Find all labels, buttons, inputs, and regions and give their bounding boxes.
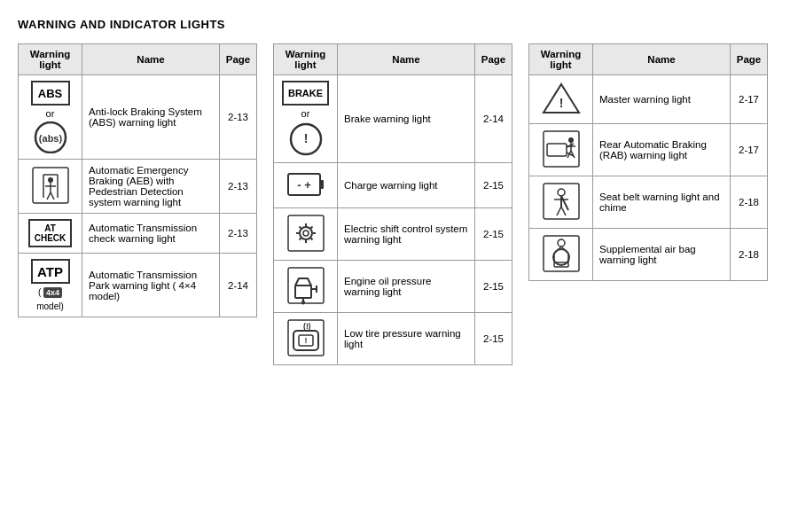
table-row: AT CHECK Automatic Transmission check wa…: [19, 214, 257, 254]
table-3: Warninglight Name Page ! Master warning …: [528, 43, 768, 281]
svg-point-18: [303, 231, 309, 236]
table2-header-warning: Warninglight: [274, 44, 338, 75]
airbag-page-cell: 2-18: [731, 229, 768, 281]
icon-cell-tire: ! (! ): [274, 313, 338, 365]
charge-name-cell: Charge warning light: [338, 163, 475, 208]
airbag-icon: [542, 234, 581, 273]
seatbelt-name-cell: Seat belt warning light and chime: [593, 176, 731, 229]
tire-name-cell: Low tire pressure warning light: [338, 313, 475, 365]
seatbelt-icon: [542, 182, 581, 221]
table-row: BRAKE or ! Brake warning light 2-14: [274, 75, 512, 163]
icon-cell-charge: - +: [274, 163, 338, 208]
oil-icon: [286, 266, 325, 305]
icon-cell-aeb: [19, 160, 82, 214]
tables-container: Warninglight Name Page ABS or (abs): [18, 43, 780, 365]
atp-icon-group: ATP ( 4x4 model): [25, 259, 75, 311]
svg-rect-28: [295, 286, 311, 298]
brake-page-cell: 2-14: [475, 75, 512, 163]
table-row: ! (! ) Low tire pressure warning light 2…: [274, 313, 512, 365]
icon-cell-abs: ABS or (abs): [19, 75, 82, 160]
atp-page-cell: 2-14: [220, 254, 257, 317]
aeb-icon: [31, 166, 70, 205]
icon-cell-at-check: AT CHECK: [19, 214, 82, 254]
tire-icon: ! (! ): [286, 318, 325, 357]
icon-cell-atp: ATP ( 4x4 model): [19, 254, 82, 317]
abs-icon-group: ABS or (abs): [25, 81, 75, 153]
esc-page-cell: 2-15: [475, 208, 512, 261]
svg-text:(abs): (abs): [38, 133, 62, 144]
abs-page-cell: 2-13: [220, 75, 257, 160]
esc-name-cell: Electric shift control system warning li…: [338, 208, 475, 261]
svg-point-17: [300, 227, 312, 239]
svg-point-6: [48, 177, 53, 183]
table3-header-warning: Warninglight: [529, 44, 593, 75]
abs-or-label: or: [46, 108, 55, 119]
table1-header-warning: Warninglight: [19, 44, 82, 75]
svg-text:!: !: [304, 336, 307, 345]
rab-page-cell: 2-17: [731, 124, 768, 176]
at-check-page-cell: 2-13: [220, 214, 257, 254]
svg-rect-42: [547, 144, 567, 156]
svg-point-51: [558, 189, 565, 196]
rab-icon: [542, 129, 581, 168]
svg-text:!: !: [303, 131, 308, 145]
table-row: Electric shift control system warning li…: [274, 208, 512, 261]
svg-point-32: [301, 301, 305, 305]
icon-cell-oil: [274, 261, 338, 313]
icon-cell-esc: [274, 208, 338, 261]
svg-line-23: [299, 227, 301, 229]
page-title: WARNING AND INDICATOR LIGHTS: [18, 18, 780, 31]
oil-name-cell: Engine oil pressure warning light: [338, 261, 475, 313]
charge-icon: - +: [286, 168, 325, 200]
aeb-page-cell: 2-13: [220, 160, 257, 214]
at-check-icon: AT CHECK: [28, 219, 73, 247]
brake-box-icon: BRAKE: [282, 81, 329, 106]
brake-circle-icon: !: [288, 121, 324, 157]
table-row: Supplemental air bag warning light 2-18: [529, 229, 768, 281]
svg-point-45: [568, 137, 574, 143]
svg-text:-  +: - +: [297, 178, 311, 192]
svg-rect-16: [288, 215, 324, 251]
svg-line-26: [299, 238, 301, 239]
svg-text:): ): [308, 322, 310, 331]
table-row: - + Charge warning light 2-15: [274, 163, 512, 208]
seatbelt-page-cell: 2-18: [731, 176, 768, 229]
table-row: Rear Automatic Braking (RAB) warning lig…: [529, 124, 768, 176]
atp-name-cell: Automatic Transmission Park warning ligh…: [82, 254, 220, 317]
table2-header-name: Name: [338, 44, 475, 75]
table1-header-page: Page: [220, 44, 257, 75]
table-1: Warninglight Name Page ABS or (abs): [18, 43, 257, 317]
icon-cell-rab: [529, 124, 593, 176]
esc-icon: [286, 214, 325, 253]
oil-page-cell: 2-15: [475, 261, 512, 313]
icon-cell-airbag: [529, 229, 593, 281]
table1-header-name: Name: [82, 44, 220, 75]
svg-line-25: [310, 227, 312, 229]
abs-circle-icon: (abs): [31, 121, 70, 153]
table-2: Warninglight Name Page BRAKE or !: [273, 43, 512, 365]
table-row: ! Master warning light 2-17: [529, 75, 768, 124]
tire-page-cell: 2-15: [475, 313, 512, 365]
svg-point-58: [558, 239, 565, 246]
icon-cell-brake: BRAKE or !: [274, 75, 338, 163]
aeb-name-cell: Automatic Emergency Braking (AEB) with P…: [82, 160, 220, 214]
master-warning-page-cell: 2-17: [731, 75, 768, 124]
svg-rect-41: [544, 131, 579, 167]
svg-line-10: [51, 192, 54, 200]
master-warning-name-cell: Master warning light: [593, 75, 731, 124]
table3-header-name: Name: [593, 44, 731, 75]
at-check-name-cell: Automatic Transmission check warning lig…: [82, 214, 220, 254]
table-row: Seat belt warning light and chime 2-18: [529, 176, 768, 229]
svg-line-24: [310, 238, 312, 239]
abs-name-cell: Anti-lock Braking System (ABS) warning l…: [82, 75, 220, 160]
svg-text:!: !: [559, 96, 563, 110]
table3-header-page: Page: [731, 44, 768, 75]
svg-line-54: [557, 207, 561, 215]
brake-name-cell: Brake warning light: [338, 75, 475, 163]
table-row: Automatic Emergency Braking (AEB) with P…: [19, 160, 257, 214]
master-warning-icon: !: [542, 81, 581, 116]
abs-box-icon: ABS: [31, 81, 70, 106]
icon-cell-master-warning: !: [529, 75, 593, 124]
svg-rect-14: [320, 180, 324, 189]
table-row: ATP ( 4x4 model) Automatic Transmission …: [19, 254, 257, 317]
